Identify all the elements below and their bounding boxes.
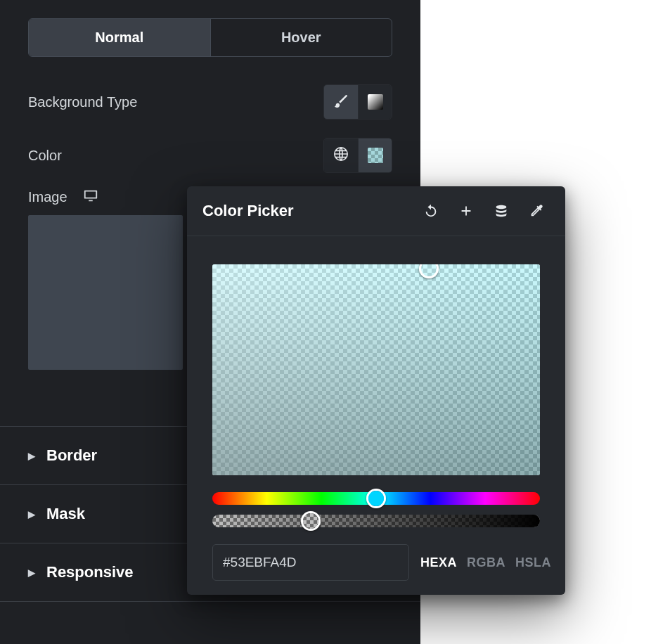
globe-icon [333, 146, 349, 165]
background-type-row: Background Type [28, 81, 392, 123]
color-label: Color [28, 148, 62, 164]
color-swatch-button[interactable] [358, 139, 392, 172]
alpha-slider[interactable] [212, 515, 540, 527]
caret-right-icon: ▶ [28, 567, 35, 578]
color-value-row: HEXA RGBA HSLA [212, 544, 540, 581]
hue-slider[interactable] [212, 492, 540, 505]
image-label: Image [28, 189, 67, 205]
color-swatch-icon [368, 148, 383, 163]
sv-black-overlay [212, 264, 540, 475]
color-picker-header-actions [423, 203, 544, 219]
hex-input[interactable] [212, 544, 409, 581]
mode-rgba[interactable]: RGBA [467, 555, 505, 570]
background-type-classic[interactable] [324, 85, 358, 119]
color-global[interactable] [324, 139, 358, 172]
gradient-icon [368, 94, 383, 110]
color-picker-popover: Color Picker [187, 186, 565, 595]
color-picker-title: Color Picker [202, 202, 294, 220]
caret-right-icon: ▶ [28, 451, 35, 461]
brush-icon [333, 93, 349, 111]
tab-hover[interactable]: Hover [210, 19, 392, 56]
eyedropper-button[interactable] [529, 203, 544, 219]
hue-slider-handle[interactable] [366, 489, 386, 508]
reset-button[interactable] [423, 203, 439, 219]
color-picker-body: HEXA RGBA HSLA [187, 236, 565, 595]
image-preview[interactable] [28, 215, 183, 370]
color-picker-header: Color Picker [187, 186, 565, 236]
background-type-options [323, 84, 392, 120]
state-tabs: Normal Hover [28, 18, 392, 57]
add-color-button[interactable] [458, 203, 474, 219]
color-row: Color [28, 134, 392, 176]
library-button[interactable] [494, 203, 509, 219]
mode-hexa[interactable]: HEXA [420, 555, 457, 570]
background-type-label: Background Type [28, 94, 137, 110]
desktop-icon[interactable] [83, 188, 98, 207]
accordion-label: Responsive [46, 563, 134, 581]
color-options [323, 138, 392, 173]
accordion-label: Mask [46, 505, 85, 523]
alpha-gradient [212, 515, 540, 527]
color-mode-tabs: HEXA RGBA HSLA [420, 555, 551, 570]
hue-handle-fill [368, 491, 384, 506]
accordion-label: Border [46, 446, 97, 465]
caret-right-icon: ▶ [28, 509, 35, 520]
saturation-value-area[interactable] [212, 264, 540, 475]
mode-hsla[interactable]: HSLA [515, 555, 551, 570]
tab-normal[interactable]: Normal [29, 19, 210, 56]
background-type-gradient[interactable] [358, 85, 392, 119]
